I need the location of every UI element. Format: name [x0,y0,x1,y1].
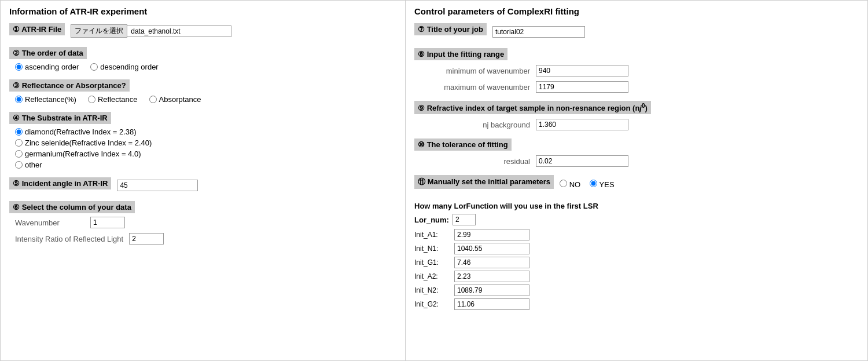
job-title-input[interactable] [492,26,585,38]
init-a2-row: Init_A2: [414,271,859,282]
substrate-zinc-option[interactable]: Zinc selenide(Refractive Index = 2.40) [15,138,396,147]
wavenumber-input[interactable] [90,217,125,228]
no-option[interactable]: NO [560,180,580,189]
section9-header: ⑨ Refractive index of target sample in n… [414,101,651,114]
lor-num-row: Lor_num: [414,214,859,225]
init-a1-label: Init_A1: [414,231,452,239]
section4-block: ④ The Substrate in ATR-IR diamond(Refrac… [9,112,396,169]
left-panel-title: Information of ATR-IR experiment [9,6,396,16]
section5-header: ⑤ Incident angle in ATR-IR [9,177,111,189]
init-a1-row: Init_A1: [414,229,859,240]
substrate-diamond-radio[interactable] [15,128,23,136]
intensity-row: Intensity Ratio of Reflected Light [15,233,396,245]
min-wavenumber-input[interactable] [536,65,628,76]
file-choose-button[interactable]: ファイルを選択 [71,24,127,38]
ascending-order-option[interactable]: ascending order [15,63,79,71]
init-g2-row: Init_G2: [414,298,859,310]
init-g1-label: Init_G1: [414,258,452,267]
init-a2-input[interactable] [454,271,529,282]
section12-block: How many LorFunction will you use in the… [414,202,859,310]
wavenumber-row: Wavenumber [15,217,396,228]
section3-radio-group: Reflectance(%) Reflectance Absorptance [15,95,396,104]
section8-block: ⑧ Input the fitting range minimum of wav… [414,48,859,93]
substrate-other-option[interactable]: other [15,161,396,169]
section6-block: ⑥ Select the column of your data Wavenum… [9,201,396,245]
descending-order-option[interactable]: descending order [90,63,158,71]
min-wavenumber-label: minimum of wavenumber [426,67,530,75]
nj-input[interactable] [536,119,628,130]
ascending-order-radio[interactable] [15,63,23,71]
yes-option[interactable]: YES [590,180,614,189]
no-radio[interactable] [560,180,567,187]
section2-header: ② The order of data [9,47,87,59]
residual-label: residual [426,157,530,166]
init-n2-label: Init_N2: [414,286,452,294]
residual-input[interactable] [536,155,628,167]
section6-header: ⑥ Select the column of your data [9,201,135,213]
init-g2-label: Init_G2: [414,300,452,308]
init-n1-label: Init_N1: [414,245,452,253]
section5-block: ⑤ Incident angle in ATR-IR [9,177,396,193]
section3-block: ③ Reflectance or Absorptance? Reflectanc… [9,79,396,104]
yes-radio[interactable] [590,180,597,187]
residual-row: residual [426,155,859,167]
section2-radio-group: ascending order descending order [15,63,396,71]
section2-block: ② The order of data ascending order desc… [9,47,396,71]
reflectance-radio[interactable] [88,96,95,103]
section5-row: ⑤ Incident angle in ATR-IR [9,177,396,193]
init-n2-input[interactable] [454,285,529,296]
section4-header: ④ The Substrate in ATR-IR [9,112,111,124]
substrate-germanium-option[interactable]: germanium(Refractive Index = 4.0) [15,149,396,158]
section8-header: ⑧ Input the fitting range [414,48,507,60]
section1-header: ① ATR-IR File [9,23,65,35]
section1-row: ① ATR-IR File ファイルを選択 data_ethanol.txt [9,23,396,39]
nj-row: nj background [426,119,859,130]
init-g1-input[interactable] [454,257,529,268]
lor-num-label: Lor_num: [414,216,449,224]
absorptance-radio[interactable] [149,96,157,103]
reflectance-option[interactable]: Reflectance [88,95,138,104]
nj-label: nj background [426,121,530,129]
descending-order-radio[interactable] [90,63,98,71]
min-wavenumber-row: minimum of wavenumber [426,65,859,76]
incident-angle-input[interactable] [117,180,198,191]
init-n2-row: Init_N2: [414,285,859,296]
absorptance-option[interactable]: Absorptance [149,95,201,104]
lor-num-input[interactable] [453,214,476,225]
init-g2-input[interactable] [454,298,529,310]
substrate-zinc-radio[interactable] [15,139,23,147]
section7-row: ⑦ Title of your job [414,23,859,40]
max-wavenumber-input[interactable] [536,81,628,93]
substrate-germanium-radio[interactable] [15,150,23,158]
lor-question-label: How many LorFunction will you use in the… [414,202,859,210]
section7-header: ⑦ Title of your job [414,23,487,35]
yes-no-group: NO YES [560,180,615,189]
section3-header: ③ Reflectance or Absorptance? [9,79,130,92]
left-panel: Information of ATR-IR experiment ① ATR-I… [1,1,406,360]
section11-block: ⑪ Manually set the initial parameters NO… [414,175,859,194]
reflectance-pct-radio[interactable] [15,96,23,103]
file-name-display: data_ethanol.txt [127,25,231,37]
section7-block: ⑦ Title of your job [414,23,859,40]
init-a1-input[interactable] [454,229,529,240]
max-wavenumber-label: maximum of wavenumber [426,83,530,92]
wavenumber-label: Wavenumber [15,218,84,227]
intensity-input[interactable] [129,233,164,245]
init-n1-row: Init_N1: [414,243,859,254]
lor-params-container: Init_A1: Init_N1: Init_G1: Init_A2: [414,229,859,310]
section1-block: ① ATR-IR File ファイルを選択 data_ethanol.txt [9,23,396,39]
section11-row: ⑪ Manually set the initial parameters NO… [414,175,859,194]
section10-header: ⑩ The tolerance of fitting [414,138,512,151]
reflectance-pct-option[interactable]: Reflectance(%) [15,95,76,104]
init-n1-input[interactable] [454,243,529,254]
section10-block: ⑩ The tolerance of fitting residual [414,138,859,167]
file-input-container: ファイルを選択 data_ethanol.txt [71,24,231,38]
init-a2-label: Init_A2: [414,272,452,280]
max-wavenumber-row: maximum of wavenumber [426,81,859,93]
substrate-diamond-option[interactable]: diamond(Refractive Index = 2.38) [15,127,396,136]
section11-header: ⑪ Manually set the initial parameters [414,175,554,189]
section9-block: ⑨ Refractive index of target sample in n… [414,101,859,130]
intensity-label: Intensity Ratio of Reflected Light [15,235,123,243]
substrate-other-radio[interactable] [15,161,23,169]
right-panel-title: Control parameters of ComplexRI fitting [414,6,859,16]
